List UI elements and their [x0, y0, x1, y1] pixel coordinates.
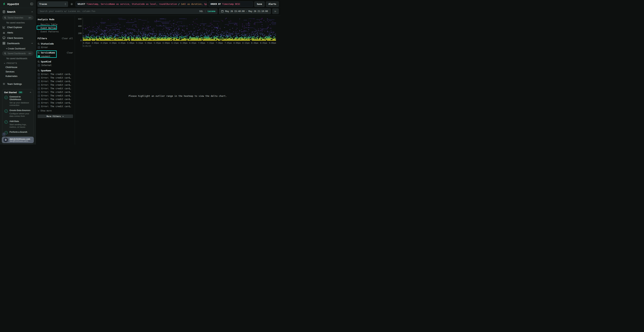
gear-icon	[70, 3, 73, 6]
x-axis-tick: 7:45pm	[225, 42, 232, 44]
sidebar-item-chart-explorer[interactable]: Chart Explorer	[0, 24, 36, 30]
search-sm-icon	[38, 61, 40, 63]
sidebar-item-dashboards[interactable]: Dashboards	[0, 40, 36, 46]
get-started-item[interactable]: ✓Perform a Search	[4, 131, 31, 134]
filter-option[interactable]: Error: The credit card …	[38, 102, 73, 104]
search-placeholder: Search your events w/ Lucene ex. column:…	[40, 10, 198, 12]
run-query-button[interactable]: ▷	[272, 8, 279, 14]
checkbox[interactable]	[38, 73, 40, 76]
get-started-item[interactable]: ✓Add DataStart sending logs, metrics, or…	[4, 120, 31, 128]
create-dashboard-button[interactable]: + Create Dashboard	[0, 46, 36, 50]
get-started-item[interactable]: ✓Connect to ClickHouseSet up your databa…	[4, 96, 31, 106]
get-started-item-title: Perform a Search	[10, 131, 27, 134]
preset-item-clickhouse[interactable]: ClickHouse	[0, 65, 36, 70]
heatmap-date-label: 5/26/25	[83, 45, 276, 47]
saved-dashboards-input[interactable]: Saved Dashboards ⌘K	[2, 51, 34, 56]
filter-option[interactable]: Error: The credit card …	[38, 87, 73, 90]
y-axis-tick: 400	[78, 25, 82, 27]
save-button[interactable]: Save	[254, 2, 264, 7]
chevron-down-icon	[38, 110, 40, 112]
sidebar: HyperDX Search Saved Searches ⌘K No save…	[0, 0, 36, 144]
language-toggle-lucene[interactable]: Lucene	[208, 10, 216, 12]
get-started-item[interactable]: ✓Create Data SourcesConfigure where your…	[4, 109, 31, 118]
check-circle-icon: ✓	[4, 96, 8, 99]
checkbox[interactable]	[38, 55, 40, 58]
filter-option[interactable]: Error: The credit card …	[38, 98, 73, 100]
checkbox[interactable]	[38, 84, 40, 86]
preset-item-services[interactable]: Services	[0, 70, 36, 74]
x-axis-tick: 5:45pm	[154, 42, 161, 44]
checkbox[interactable]	[38, 80, 40, 83]
saved-searches-input[interactable]: Saved Searches ⌘K	[2, 16, 34, 20]
chevron-down-icon	[4, 62, 6, 64]
user-menu[interactable]: D dale@clickhouse.com dale@clickhouse.co…	[2, 137, 34, 143]
x-axis-tick: 6:15pm	[172, 42, 178, 44]
sidebar-item-search[interactable]: Search	[0, 8, 36, 15]
filter-group-name[interactable]: ServiceName	[38, 52, 55, 54]
show-more-toggle[interactable]: Show more	[38, 110, 73, 112]
checkbox[interactable]	[38, 98, 40, 100]
checkbox[interactable]	[38, 64, 40, 66]
help-button[interactable]: ?	[2, 132, 6, 136]
filter-option[interactable]: Internal	[38, 64, 73, 66]
checkbox[interactable]	[38, 91, 40, 94]
checkbox[interactable]	[38, 105, 40, 108]
filter-option[interactable]: payment	[38, 55, 73, 58]
more-filters-button[interactable]: More filters	[38, 114, 73, 118]
sidebar-item-client-sessions[interactable]: Client Sessions	[0, 35, 36, 40]
filter-group-name[interactable]: SpanKind	[38, 60, 51, 63]
alerts-button[interactable]: Alerts	[266, 2, 279, 7]
filter-option[interactable]: Error: The credit card …	[38, 94, 73, 97]
event-search-input[interactable]: Search your events w/ Lucene ex. column:…	[38, 8, 218, 14]
filter-option[interactable]: Error: The credit card …	[38, 76, 73, 79]
presets-toggle[interactable]: PRESETS	[0, 60, 36, 65]
filter-option[interactable]: Error: The credit card …	[38, 105, 73, 108]
clear-all-filters-link[interactable]: Clear all	[62, 37, 73, 40]
filters-label: Filters	[38, 37, 47, 40]
heatmap-canvas[interactable]	[83, 18, 276, 41]
get-started-item-title: Connect to ClickHouse	[10, 96, 31, 101]
get-started-title: Get Started	[4, 91, 17, 94]
search-sm-icon	[4, 17, 6, 19]
collapse-sidebar-icon[interactable]	[30, 2, 33, 5]
play-icon: ▷	[275, 10, 276, 12]
x-axis-tick: 5:00pm	[127, 42, 134, 44]
filter-group-name[interactable]: StatusCode	[38, 42, 54, 45]
x-axis-tick: 8:45pm	[260, 42, 267, 44]
date-range-picker[interactable]: May 26 15:40:00 - May 26 21:10:00	[219, 8, 271, 14]
source-select[interactable]: Traces	[38, 2, 68, 7]
checkbox[interactable]	[38, 95, 40, 97]
clear-filter-link[interactable]: Clear	[67, 52, 73, 54]
x-axis-tick: 6:00pm	[162, 42, 170, 44]
order-by-input[interactable]: ORDER BY Timestamp DESC	[208, 2, 253, 7]
filter-option-label: Error: The credit card …	[41, 102, 72, 104]
filter-option[interactable]: Error: The credit card …	[38, 91, 73, 94]
sidebar-item-alerts[interactable]: Alerts	[0, 30, 36, 35]
user-subtitle: dale@clickhouse.com's	[10, 140, 30, 142]
analysis-mode-event-patterns[interactable]: Event Patterns	[39, 30, 73, 34]
source-settings-button[interactable]	[70, 3, 74, 6]
checkbox[interactable]	[38, 88, 40, 90]
filter-group-name[interactable]: SpanName	[38, 70, 51, 72]
sidebar-item-team-settings[interactable]: Team Settings	[0, 81, 36, 86]
filter-option[interactable]: Error	[38, 46, 73, 49]
saved-dashboards-placeholder: Saved Dashboards	[8, 52, 26, 55]
filter-option-label: Error: The credit card …	[41, 91, 72, 94]
filter-option[interactable]: Error: The credit card …	[38, 73, 73, 76]
heatmap-x-axis: 3:45pm4:00pm4:15pm4:30pm4:45pm5:00pm5:15…	[83, 42, 276, 44]
filter-option[interactable]: Error: The credit card …	[38, 80, 73, 83]
filter-option[interactable]: Error: The credit card …	[38, 84, 73, 86]
preset-item-kubernetes[interactable]: Kubernetes	[0, 74, 36, 78]
analysis-mode-event-deltas[interactable]: Event Deltas	[39, 26, 73, 30]
sql-query-text: SELECT Timestamp, ServiceName as service…	[78, 3, 207, 5]
x-axis-tick: 4:45pm	[118, 42, 126, 44]
analysis-mode-label: Analysis Mode	[38, 18, 73, 21]
checkbox[interactable]	[38, 46, 40, 49]
checkbox[interactable]	[38, 77, 40, 79]
x-axis-tick: 6:45pm	[189, 42, 196, 44]
analysis-mode-results-table[interactable]: Results Table	[39, 23, 73, 26]
checkbox[interactable]	[38, 102, 40, 104]
chevron-up-icon[interactable]	[30, 92, 32, 94]
language-toggle-sql[interactable]: SQL	[199, 10, 203, 12]
sql-query-input[interactable]: SELECT Timestamp, ServiceName as service…	[76, 2, 207, 7]
